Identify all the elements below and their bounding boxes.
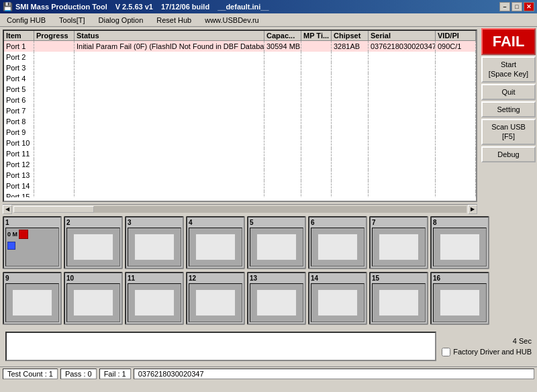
debug-button[interactable]: Debug — [481, 146, 536, 162]
table-cell — [264, 105, 301, 116]
table-cell — [301, 41, 332, 52]
port-num-7: 7 — [372, 219, 426, 226]
table-cell — [75, 84, 264, 95]
scroll-thumb[interactable] — [13, 206, 94, 213]
table-row[interactable]: Port 8 — [4, 116, 476, 127]
col-header-mp: MP Ti... — [301, 31, 332, 40]
table-cell — [436, 127, 476, 138]
minimize-button[interactable]: – — [499, 2, 510, 11]
table-row[interactable]: Port 9 — [4, 127, 476, 138]
port-thumb-2 — [73, 234, 113, 260]
port-inner-14 — [311, 283, 364, 322]
port-thumb-14 — [318, 289, 358, 316]
table-cell — [332, 170, 369, 181]
table-cell — [75, 52, 264, 62]
app-version: V 2.5.63 v1 — [115, 3, 153, 11]
port-num-15: 15 — [372, 275, 426, 282]
table-cell — [34, 170, 75, 181]
table-row[interactable]: Port 14 — [4, 181, 476, 191]
table-cell — [34, 148, 75, 159]
table-cell — [34, 52, 75, 62]
table-cell — [369, 62, 436, 73]
port-inner-11 — [128, 283, 181, 322]
port-num-9: 9 — [5, 275, 59, 282]
ports-row1: 1 0 M 2 3 4 — [0, 215, 537, 271]
table-cell: Port 5 — [4, 84, 34, 95]
table-cell: 3281AB — [332, 41, 369, 52]
table-row[interactable]: Port 4 — [4, 73, 476, 84]
table-cell — [332, 138, 369, 148]
right-buttons: FAIL Start [Space Key] Quit Setting Scan… — [480, 27, 537, 215]
port1-blue-indicator — [7, 242, 15, 250]
table-row[interactable]: Port 10 — [4, 138, 476, 148]
table-cell — [332, 148, 369, 159]
table-row[interactable]: Port 15 — [4, 191, 476, 197]
table-cell — [264, 170, 301, 181]
table-row[interactable]: Port 3 — [4, 62, 476, 73]
table-cell — [436, 191, 476, 197]
table-cell — [264, 52, 301, 62]
table-cell — [264, 73, 301, 84]
table-cell — [436, 181, 476, 191]
scan-usb-button[interactable]: Scan USB [F5] — [481, 119, 536, 145]
menu-tools[interactable]: Tools[T] — [55, 15, 89, 26]
menu-reset-hub[interactable]: Reset Hub — [152, 15, 195, 26]
table-cell: Port 8 — [4, 116, 34, 127]
scroll-track[interactable] — [13, 206, 467, 213]
port-thumb-15 — [379, 289, 419, 316]
table-cell — [264, 127, 301, 138]
table-row[interactable]: Port 7 — [4, 105, 476, 116]
table-cell — [75, 127, 264, 138]
scan-usb-line2: [F5] — [502, 132, 515, 140]
col-header-chipset: Chipset — [332, 31, 369, 40]
table-cell — [301, 159, 332, 170]
table-cell — [332, 105, 369, 116]
table-row[interactable]: Port 12 — [4, 159, 476, 170]
title-bar-left: 💾 SMI Mass Production Tool V 2.5.63 v1 1… — [3, 2, 499, 11]
start-button[interactable]: Start [Space Key] — [481, 56, 536, 83]
port-inner-9 — [5, 283, 59, 322]
port-inner-1: 0 M — [5, 228, 59, 266]
port-thumb-4 — [195, 234, 236, 260]
scroll-left-button[interactable]: ◀ — [3, 205, 12, 214]
table-cell — [34, 73, 75, 84]
table-row[interactable]: Port 6 — [4, 95, 476, 105]
port-panel-4: 4 — [186, 216, 245, 269]
table-row[interactable]: Port 2 — [4, 52, 476, 62]
menu-website[interactable]: www.USBDev.ru — [201, 15, 262, 26]
table-row[interactable]: Port 5 — [4, 84, 476, 95]
table-body: Port 1Initial Param Fail (0F) (FlashID N… — [4, 41, 476, 197]
horizontal-scrollbar[interactable]: ◀ ▶ — [3, 204, 477, 213]
close-button[interactable]: ✕ — [524, 2, 534, 11]
table-cell: Port 4 — [4, 73, 34, 84]
top-section: Item Progress Status Capac... MP Ti... C… — [0, 27, 537, 215]
menu-dialog-option[interactable]: Dialog Option — [95, 15, 148, 26]
factory-driver-checkbox[interactable] — [442, 348, 450, 356]
table-cell — [332, 52, 369, 62]
table-cell — [264, 148, 301, 159]
setting-button[interactable]: Setting — [481, 101, 536, 117]
col-header-status: Status — [75, 31, 264, 40]
table-row[interactable]: Port 13 — [4, 170, 476, 181]
table-cell: Port 14 — [4, 181, 34, 191]
table-cell — [34, 95, 75, 105]
table-cell — [332, 159, 369, 170]
port-num-2: 2 — [66, 219, 120, 226]
quit-button[interactable]: Quit — [481, 84, 536, 100]
table-row[interactable]: Port 11 — [4, 148, 476, 159]
scroll-right-button[interactable]: ▶ — [468, 205, 477, 214]
text-input[interactable] — [5, 332, 436, 361]
port-inner-12 — [189, 283, 242, 322]
table-cell — [264, 84, 301, 95]
ports-row2: 9 10 11 12 13 — [0, 271, 537, 326]
table-cell — [301, 181, 332, 191]
maximize-button[interactable]: □ — [511, 2, 522, 11]
port1-om-label: 0 M — [7, 231, 17, 238]
col-header-serial: Serial — [369, 31, 436, 40]
table-row[interactable]: Port 1Initial Param Fail (0F) (FlashID N… — [4, 41, 476, 52]
table-cell: Port 13 — [4, 170, 34, 181]
port-num-3: 3 — [128, 219, 181, 226]
table-cell — [301, 138, 332, 148]
menu-config-hub[interactable]: Config HUB — [3, 15, 50, 26]
port-thumb-3 — [134, 234, 175, 260]
